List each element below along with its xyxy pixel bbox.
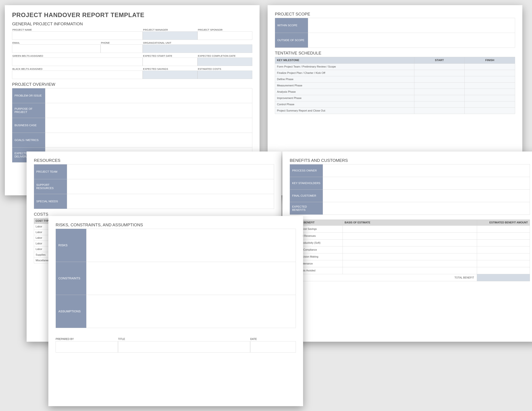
benefits-customers-table: PROCESS OWNER KEY STAKEHOLDERS FINAL CUS… bbox=[290, 164, 530, 215]
schedule-start[interactable] bbox=[414, 83, 465, 89]
schedule-start[interactable] bbox=[414, 70, 465, 76]
schedule-milestone: Finalize Project Plan / Charter / Kick O… bbox=[275, 70, 414, 76]
label-project-manager: PROJECT MANAGER bbox=[143, 28, 198, 31]
section-general-info: GENERAL PROJECT INFORMATION bbox=[12, 21, 252, 27]
schedule-finish[interactable] bbox=[465, 64, 515, 70]
label-estimated-costs: ESTIMATED COSTS bbox=[198, 67, 252, 71]
input-date[interactable] bbox=[250, 341, 296, 353]
section-project-scope: PROJECT SCOPE bbox=[275, 12, 515, 17]
benefit-amount[interactable] bbox=[477, 226, 530, 233]
input-expected-start[interactable] bbox=[143, 57, 198, 66]
resources-row-value[interactable] bbox=[67, 164, 274, 179]
schedule-start[interactable] bbox=[414, 76, 465, 83]
resources-row-label: PROJECT TEAM bbox=[34, 164, 67, 179]
section-risks: RISKS, CONSTRAINTS, AND ASSUMPTIONS bbox=[56, 223, 296, 227]
input-green-belts[interactable] bbox=[12, 57, 143, 66]
benefit-amount[interactable] bbox=[477, 253, 530, 260]
scope-row-label: WITHIN SCOPE bbox=[275, 18, 308, 33]
benefit-basis[interactable] bbox=[342, 246, 477, 253]
schedule-milestone: Form Project Team / Preliminary Review /… bbox=[275, 64, 414, 70]
overview-row-value[interactable] bbox=[45, 118, 252, 133]
benefit-amount[interactable] bbox=[477, 260, 530, 267]
scope-row-value[interactable] bbox=[308, 33, 515, 48]
benefit-basis[interactable] bbox=[342, 233, 477, 240]
label-email: EMAIL bbox=[12, 41, 101, 45]
overview-row-value[interactable] bbox=[45, 133, 252, 148]
input-project-manager[interactable] bbox=[143, 31, 198, 40]
main-title: PROJECT HANDOVER REPORT TEMPLATE bbox=[12, 12, 252, 19]
schedule-milestone: Control Phase bbox=[275, 101, 414, 108]
schedule-finish[interactable] bbox=[465, 108, 515, 114]
schedule-header-milestone: KEY MILESTONE bbox=[275, 57, 414, 64]
schedule-milestone: Project Summary Report and Close Out bbox=[275, 108, 414, 114]
input-email[interactable] bbox=[12, 45, 101, 53]
benefit-header-basis: BASIS OF ESTIMATE bbox=[342, 220, 477, 226]
benefit-basis[interactable] bbox=[342, 267, 477, 274]
schedule-finish[interactable] bbox=[465, 101, 515, 108]
schedule-table: KEY MILESTONE START FINISH Form Project … bbox=[275, 57, 515, 114]
input-expected-completion[interactable] bbox=[198, 57, 252, 66]
label-black-belts: BLACK BELTS ASSIGNED bbox=[12, 67, 143, 71]
input-phone[interactable] bbox=[101, 45, 143, 53]
schedule-finish[interactable] bbox=[465, 70, 515, 76]
scope-table: WITHIN SCOPE OUTSIDE OF SCOPE bbox=[275, 18, 515, 48]
input-title[interactable] bbox=[118, 341, 250, 353]
risks-row-value[interactable] bbox=[86, 262, 296, 295]
benefit-amount[interactable] bbox=[477, 267, 530, 274]
schedule-start[interactable] bbox=[414, 64, 465, 70]
resources-table: PROJECT TEAM SUPPORT RESOURCES SPECIAL N… bbox=[34, 164, 274, 209]
benefit-basis[interactable] bbox=[342, 226, 477, 233]
input-black-belts[interactable] bbox=[12, 71, 143, 79]
input-estimated-costs[interactable] bbox=[198, 71, 252, 79]
input-expected-savings[interactable] bbox=[143, 71, 198, 79]
schedule-finish[interactable] bbox=[465, 89, 515, 95]
schedule-start[interactable] bbox=[414, 101, 465, 108]
risks-row-label: ASSUMPTIONS bbox=[56, 295, 86, 328]
resources-row-value[interactable] bbox=[67, 179, 274, 194]
input-prepared-by[interactable] bbox=[56, 341, 118, 353]
benefits-row-value[interactable] bbox=[323, 164, 530, 177]
schedule-finish[interactable] bbox=[465, 83, 515, 89]
label-phone: PHONE bbox=[101, 41, 143, 45]
benefit-amount[interactable] bbox=[477, 233, 530, 240]
overview-row-value[interactable] bbox=[45, 103, 252, 118]
risks-row-value[interactable] bbox=[86, 295, 296, 328]
benefit-basis[interactable] bbox=[342, 253, 477, 260]
benefits-row-value[interactable] bbox=[323, 189, 530, 202]
input-project-name[interactable] bbox=[12, 31, 143, 40]
benefit-basis[interactable] bbox=[342, 240, 477, 246]
overview-row-label: GOALS / METRICS bbox=[12, 133, 45, 148]
risks-row-value[interactable] bbox=[86, 229, 296, 262]
label-project-sponsor: PROJECT SPONSOR bbox=[198, 28, 252, 31]
schedule-finish[interactable] bbox=[465, 95, 515, 101]
schedule-milestone: Measurement Phase bbox=[275, 83, 414, 89]
benefits-row-label: FINAL CUSTOMER bbox=[290, 189, 323, 202]
section-tentative-schedule: TENTATIVE SCHEDULE bbox=[275, 51, 515, 56]
risks-row-label: CONSTRAINTS bbox=[56, 262, 86, 295]
benefits-row-label: EXPECTED BENEFITS bbox=[290, 202, 323, 215]
benefit-basis[interactable] bbox=[342, 260, 477, 267]
overview-row-value[interactable] bbox=[45, 88, 252, 103]
schedule-start[interactable] bbox=[414, 108, 465, 114]
schedule-header-finish: FINISH bbox=[465, 57, 515, 64]
benefit-amount[interactable] bbox=[477, 246, 530, 253]
section-benefits-customers: BENEFITS AND CUSTOMERS bbox=[290, 158, 530, 163]
benefits-row-value[interactable] bbox=[323, 177, 530, 189]
section-project-overview: PROJECT OVERVIEW bbox=[12, 82, 252, 87]
scope-row-value[interactable] bbox=[308, 18, 515, 33]
section-resources: RESOURCES bbox=[34, 158, 274, 163]
benefits-row-label: KEY STAKEHOLDERS bbox=[290, 177, 323, 189]
input-project-sponsor[interactable] bbox=[198, 31, 252, 40]
label-title: TITLE bbox=[118, 338, 250, 341]
benefits-row-label: PROCESS OWNER bbox=[290, 164, 323, 177]
schedule-start[interactable] bbox=[414, 89, 465, 95]
input-org-unit[interactable] bbox=[143, 45, 252, 53]
benefit-amount[interactable] bbox=[477, 240, 530, 246]
schedule-finish[interactable] bbox=[465, 76, 515, 83]
schedule-start[interactable] bbox=[414, 95, 465, 101]
benefit-estimate-table: TYPE OF BENEFIT BASIS OF ESTIMATE ESTIMA… bbox=[290, 220, 530, 281]
schedule-milestone: Analysis Phase bbox=[275, 89, 414, 95]
benefits-row-value[interactable] bbox=[323, 202, 530, 215]
total-benefit-value[interactable] bbox=[477, 274, 530, 281]
resources-row-value[interactable] bbox=[67, 194, 274, 209]
